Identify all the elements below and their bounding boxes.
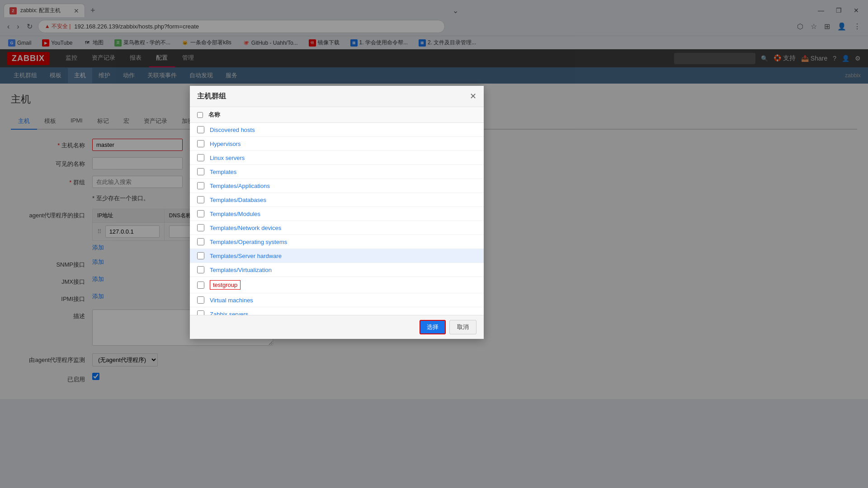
group-name-hypervisors[interactable]: Hypervisors	[210, 141, 241, 147]
group-name-testgroup[interactable]: testgroup	[210, 280, 241, 290]
select-button[interactable]: 选择	[420, 320, 446, 334]
group-item-linux[interactable]: Linux servers	[190, 151, 484, 165]
group-checkbox-testgroup[interactable]	[197, 282, 204, 289]
group-item-virtual-machines[interactable]: Virtual machines	[190, 293, 484, 307]
group-name-templates-server[interactable]: Templates/Server hardware	[210, 253, 282, 259]
cancel-button[interactable]: 取消	[449, 320, 476, 334]
modal-title: 主机群组	[197, 92, 226, 101]
modal-close-button[interactable]: ✕	[470, 91, 476, 101]
group-item-templates-os[interactable]: Templates/Operating systems	[190, 235, 484, 249]
group-item-templates-network[interactable]: Templates/Network devices	[190, 221, 484, 235]
group-name-templates-modules[interactable]: Templates/Modules	[210, 211, 260, 217]
host-group-modal: 主机群组 ✕ 名称 Discovered hosts Hypervisors L…	[190, 86, 484, 339]
group-checkbox-templates-server[interactable]	[197, 252, 204, 259]
group-checkbox-zabbix-servers[interactable]	[197, 310, 204, 315]
group-item-templates-modules[interactable]: Templates/Modules	[190, 207, 484, 221]
group-name-zabbix-servers[interactable]: Zabbix servers	[210, 311, 248, 315]
group-checkbox-templates-os[interactable]	[197, 238, 204, 245]
group-item-testgroup[interactable]: testgroup	[190, 277, 484, 293]
group-name-virtual-machines[interactable]: Virtual machines	[210, 297, 253, 304]
group-item-templates-apps[interactable]: Templates/Applications	[190, 179, 484, 193]
group-checkbox-templates-modules[interactable]	[197, 210, 204, 217]
group-item-templates-virt[interactable]: Templates/Virtualization	[190, 263, 484, 277]
name-column-header: 名称	[208, 111, 220, 119]
group-name-templates[interactable]: Templates	[210, 169, 236, 175]
modal-overlay: 主机群组 ✕ 名称 Discovered hosts Hypervisors L…	[0, 0, 868, 488]
group-checkbox-virtual-machines[interactable]	[197, 296, 204, 304]
group-item-templates[interactable]: Templates	[190, 165, 484, 179]
group-checkbox-templates-db[interactable]	[197, 196, 204, 203]
select-all-checkbox[interactable]	[197, 112, 203, 118]
group-checkbox-templates-apps[interactable]	[197, 182, 204, 189]
modal-footer: 选择 取消	[190, 315, 484, 339]
group-checkbox-hypervisors[interactable]	[197, 140, 204, 147]
group-name-templates-db[interactable]: Templates/Databases	[210, 197, 266, 203]
group-name-templates-os[interactable]: Templates/Operating systems	[210, 239, 287, 245]
group-name-templates-apps[interactable]: Templates/Applications	[210, 183, 270, 189]
group-item-hypervisors[interactable]: Hypervisors	[190, 137, 484, 151]
group-item-zabbix-servers[interactable]: Zabbix servers	[190, 307, 484, 315]
group-list-header: 名称	[190, 107, 484, 123]
group-item-templates-db[interactable]: Templates/Databases	[190, 193, 484, 207]
modal-header: 主机群组 ✕	[190, 86, 484, 107]
group-checkbox-linux[interactable]	[197, 154, 204, 161]
group-checkbox-discovered[interactable]	[197, 126, 204, 133]
group-name-templates-network[interactable]: Templates/Network devices	[210, 225, 281, 231]
group-item-templates-server[interactable]: Templates/Server hardware	[190, 249, 484, 263]
group-item-discovered[interactable]: Discovered hosts	[190, 123, 484, 137]
group-name-templates-virt[interactable]: Templates/Virtualization	[210, 267, 272, 273]
group-checkbox-templates-virt[interactable]	[197, 266, 204, 273]
group-name-discovered[interactable]: Discovered hosts	[210, 127, 255, 133]
group-checkbox-templates[interactable]	[197, 168, 204, 175]
group-name-linux[interactable]: Linux servers	[210, 155, 245, 161]
modal-body: 名称 Discovered hosts Hypervisors Linux se…	[190, 107, 484, 315]
group-checkbox-templates-network[interactable]	[197, 224, 204, 231]
